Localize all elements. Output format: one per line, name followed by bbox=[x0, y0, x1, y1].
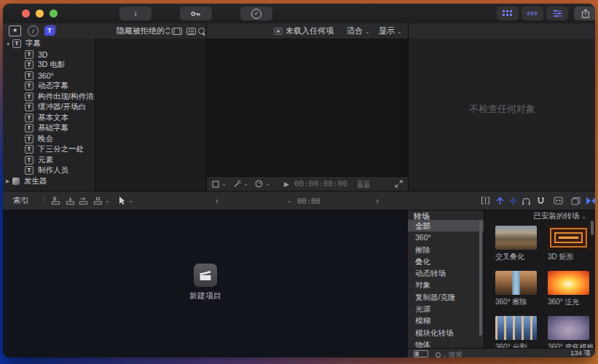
overwrite-clip-button[interactable]: ⌄ bbox=[93, 191, 110, 210]
share-button[interactable] bbox=[574, 7, 595, 20]
new-project-button[interactable]: 新建项目 bbox=[170, 264, 240, 301]
audio-skimming-toggle-button[interactable] bbox=[508, 191, 518, 210]
inspector-toggle-button[interactable] bbox=[546, 7, 568, 20]
category-movements[interactable]: 动态转场 bbox=[408, 267, 484, 279]
sidebar-item-credits[interactable]: T制作人员 bbox=[3, 165, 95, 176]
titles-category-icon: T bbox=[25, 135, 34, 143]
category-lights[interactable]: 光源 bbox=[408, 303, 484, 314]
transition-360-split[interactable]: 360° 分割 bbox=[495, 316, 540, 348]
hide-categories-sidebar-button[interactable] bbox=[414, 350, 428, 357]
inspector-empty-text: 不检查任何对象 bbox=[409, 103, 595, 116]
trim-tool-button[interactable] bbox=[481, 191, 490, 210]
sidebar-item-elements[interactable]: T元素 bbox=[3, 155, 95, 166]
sidebar-item-360[interactable]: T360° bbox=[3, 71, 95, 82]
sidebar-item-celebration[interactable]: T晚会 bbox=[3, 134, 95, 145]
next-marker-button[interactable]: › bbox=[376, 191, 379, 210]
timeline-area[interactable]: 新建项目 bbox=[3, 210, 409, 357]
enhancements-dropdown[interactable]: ⌄ bbox=[233, 177, 248, 191]
toolbar-divider bbox=[408, 23, 409, 39]
timeline-layout-button[interactable]: 000 bbox=[522, 7, 543, 20]
search-icon bbox=[198, 28, 205, 34]
insert-clip-button[interactable] bbox=[66, 191, 75, 210]
transition-360-flare[interactable]: 360° 泛光 bbox=[548, 271, 593, 307]
connect-clip-button[interactable] bbox=[51, 191, 60, 210]
category-360[interactable]: 360° bbox=[408, 232, 484, 243]
sidebar-item-bumper-opener[interactable]: T缓冲器/开场白 bbox=[3, 102, 95, 113]
skimming-toggle-button[interactable] bbox=[495, 191, 505, 210]
crop-tool-dropdown[interactable]: ⌄ bbox=[212, 177, 227, 191]
keyword-editor-button[interactable] bbox=[180, 7, 212, 20]
background-tasks-button[interactable]: ✓ bbox=[240, 7, 272, 20]
filter-updown-chevron-icon[interactable] bbox=[165, 27, 171, 35]
solo-button[interactable] bbox=[522, 191, 531, 210]
timecode-dropdown-chevron[interactable]: ⌄ bbox=[287, 191, 292, 210]
categories-scrollbar[interactable] bbox=[479, 221, 482, 336]
category-all[interactable]: 全部 bbox=[408, 220, 484, 232]
transition-thumbnail bbox=[548, 316, 589, 340]
timeline-index-button[interactable]: 索引 bbox=[13, 191, 29, 210]
chevron-down-icon: ⌄ bbox=[128, 197, 133, 204]
titles-browser-empty[interactable] bbox=[95, 39, 207, 191]
disclosure-open-icon[interactable]: ▼ bbox=[6, 41, 12, 47]
sidebar-item-basic-text[interactable]: T基本文本 bbox=[3, 113, 95, 124]
chevron-down-icon: ⌄ bbox=[265, 181, 270, 187]
titles-category-icon: T bbox=[25, 166, 34, 175]
retime-dropdown[interactable]: ⌄ bbox=[255, 177, 270, 191]
sidebar-item-build-in-out[interactable]: T构件出现/构件消失 bbox=[3, 92, 95, 103]
media-star-icon: ★ bbox=[9, 25, 21, 36]
sidebar-item-3d-cinematic[interactable]: T3D 电影 bbox=[3, 60, 95, 71]
sidebar-item-lower-thirds[interactable]: T下三分之一处 bbox=[3, 144, 95, 155]
clip-filter-dropdown[interactable]: 隐藏被拒绝的 bbox=[117, 23, 165, 39]
transition-cross-dissolve[interactable]: 交叉叠化 bbox=[495, 226, 540, 262]
category-wipes[interactable]: 擦除 bbox=[408, 244, 484, 256]
filmstrip-view-button[interactable] bbox=[172, 28, 182, 35]
transitions-categories-pane: 转场 全部 360° 擦除 叠化 动态转场 对象 复制器/克隆 光源 模糊 模块… bbox=[408, 210, 484, 348]
bowtie-icon bbox=[586, 197, 595, 205]
category-dissolves[interactable]: 叠化 bbox=[408, 256, 484, 267]
import-media-button[interactable]: ↓ bbox=[119, 7, 152, 20]
dots-icon: 000 bbox=[527, 7, 538, 20]
transition-3d-rectangles[interactable]: 3D 矩形 bbox=[548, 226, 593, 262]
sidebar-item-animated[interactable]: T动态字幕 bbox=[3, 81, 95, 92]
check-circle-icon: ✓ bbox=[251, 9, 261, 19]
append-clip-button[interactable] bbox=[79, 191, 88, 210]
viewer-view-dropdown[interactable]: 显示⌄ bbox=[379, 23, 402, 39]
minimize-window-button[interactable] bbox=[36, 9, 44, 17]
audio-meters[interactable] bbox=[358, 177, 371, 191]
transitions-thumbnails-pane: 已安装的转场⌄ 交叉叠化 3D 矩形 360° 擦除 360° 泛光 360° … bbox=[484, 210, 595, 348]
transition-thumbnail bbox=[495, 271, 537, 295]
category-objects[interactable]: 对象 bbox=[408, 279, 484, 290]
category-blurs[interactable]: 模糊 bbox=[408, 314, 484, 326]
effects-browser-button[interactable] bbox=[554, 191, 563, 210]
sidebar-item-generators[interactable]: ▶ 发生器 bbox=[3, 176, 95, 187]
transitions-browser-button[interactable] bbox=[586, 191, 595, 210]
sidebar-titles-generators-button[interactable]: T bbox=[44, 26, 55, 36]
previous-marker-button[interactable]: ‹ bbox=[216, 191, 219, 210]
transition-360-zoom-blur[interactable]: 360° 变焦模糊 bbox=[548, 316, 593, 348]
audio-meter-right bbox=[364, 180, 369, 188]
disclosure-closed-icon[interactable]: ▶ bbox=[6, 178, 12, 184]
category-replicator-clone[interactable]: 复制器/克隆 bbox=[408, 291, 484, 303]
sidebar-item-titles[interactable]: ▼ T 字幕 bbox=[3, 39, 95, 50]
transition-360-wipe[interactable]: 360° 擦除 bbox=[495, 271, 540, 307]
zoom-window-button[interactable] bbox=[50, 9, 58, 17]
close-window-button[interactable] bbox=[22, 9, 30, 17]
snapping-toggle-button[interactable] bbox=[536, 191, 546, 210]
category-physical[interactable]: 物体 bbox=[408, 339, 484, 348]
photos-videos-browser-button[interactable] bbox=[571, 191, 581, 210]
tools-dropdown[interactable]: ⌄ bbox=[118, 191, 133, 210]
transitions-search-field[interactable]: ⌄ 搜索 bbox=[436, 350, 463, 357]
expand-viewer-button[interactable] bbox=[395, 177, 403, 191]
browser-layout-button[interactable] bbox=[497, 7, 519, 20]
sidebar-item-basic-title[interactable]: T基础字幕 bbox=[3, 123, 95, 134]
viewer-fit-dropdown[interactable]: 适合⌄ bbox=[347, 23, 370, 39]
play-button[interactable]: ▶ bbox=[284, 177, 289, 191]
thumbnails-scrollbar[interactable] bbox=[591, 221, 594, 235]
sidebar-media-button[interactable]: ★ bbox=[9, 25, 21, 36]
search-button[interactable] bbox=[198, 28, 205, 34]
category-modular[interactable]: 模块化转场 bbox=[408, 327, 484, 339]
sidebar-photos-audio-button[interactable]: ♪ bbox=[28, 25, 39, 36]
sidebar-item-3d[interactable]: T3D bbox=[3, 50, 95, 60]
list-view-button[interactable] bbox=[186, 28, 196, 35]
installed-transitions-dropdown[interactable]: 已安装的转场⌄ bbox=[533, 211, 586, 221]
